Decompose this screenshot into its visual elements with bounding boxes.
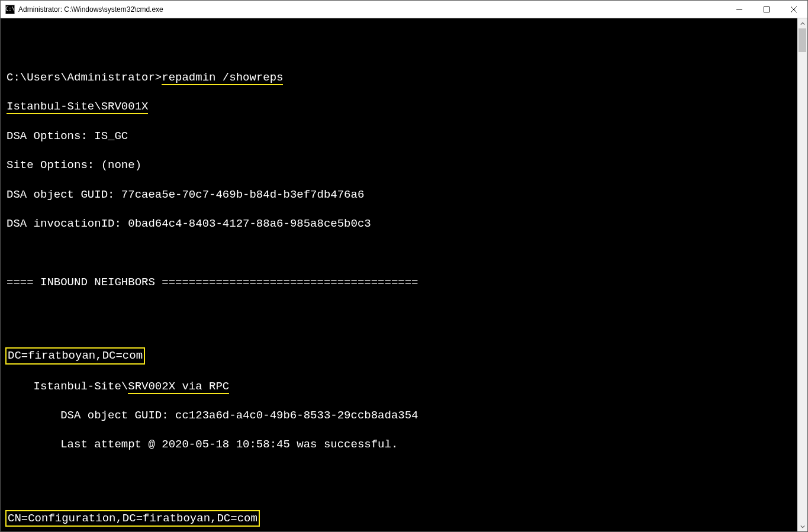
neighbor-dsa-guid: DSA object GUID: cc123a6d-a4c0-49b6-8533… bbox=[7, 408, 419, 423]
dsa-options-line: DSA Options: IS_GC bbox=[7, 129, 794, 144]
naming-context: CN=Configuration,DC=firatboyan,DC=com bbox=[5, 510, 260, 527]
dsa-guid-line: DSA object GUID: 77caea5e-70c7-469b-b84d… bbox=[7, 188, 794, 202]
scroll-thumb[interactable] bbox=[799, 28, 806, 52]
neighbor-last-attempt: Last attempt @ 2020-05-18 10:58:45 was s… bbox=[7, 437, 398, 452]
scroll-track[interactable] bbox=[797, 28, 807, 521]
inbound-neighbors-heading: ==== INBOUND NEIGHBORS =================… bbox=[7, 275, 794, 290]
titlebar[interactable]: C:\ Administrator: C:\Windows\system32\c… bbox=[1, 1, 807, 18]
prompt-path: C:\Users\Administrator> bbox=[7, 71, 162, 84]
maximize-button[interactable] bbox=[753, 1, 780, 18]
scroll-down-button[interactable] bbox=[797, 521, 807, 531]
client-area: C:\Users\Administrator>repadmin /showrep… bbox=[1, 18, 807, 531]
cmd-window: C:\ Administrator: C:\Windows\system32\c… bbox=[0, 0, 808, 532]
cmd-icon: C:\ bbox=[5, 5, 15, 14]
naming-context: DC=firatboyan,DC=com bbox=[5, 347, 145, 365]
svg-rect-0 bbox=[764, 7, 770, 12]
close-button[interactable] bbox=[780, 1, 807, 18]
minimize-button[interactable] bbox=[726, 1, 753, 18]
vertical-scrollbar[interactable] bbox=[797, 18, 807, 531]
scroll-up-button[interactable] bbox=[797, 18, 807, 28]
site-options-line: Site Options: (none) bbox=[7, 158, 794, 173]
window-controls bbox=[726, 1, 807, 18]
site-server-line: Istanbul-Site\SRV001X bbox=[7, 100, 148, 114]
dsa-invocation-line: DSA invocationID: 0bad64c4-8403-4127-88a… bbox=[7, 217, 794, 231]
window-title: Administrator: C:\Windows\system32\cmd.e… bbox=[18, 5, 726, 14]
neighbor-site-prefix: Istanbul-Site\ bbox=[34, 380, 128, 393]
neighbor-srv-via: SRV002X via RPC bbox=[128, 380, 229, 394]
command-text: repadmin /showreps bbox=[162, 71, 283, 85]
terminal-output[interactable]: C:\Users\Administrator>repadmin /showrep… bbox=[1, 18, 797, 531]
